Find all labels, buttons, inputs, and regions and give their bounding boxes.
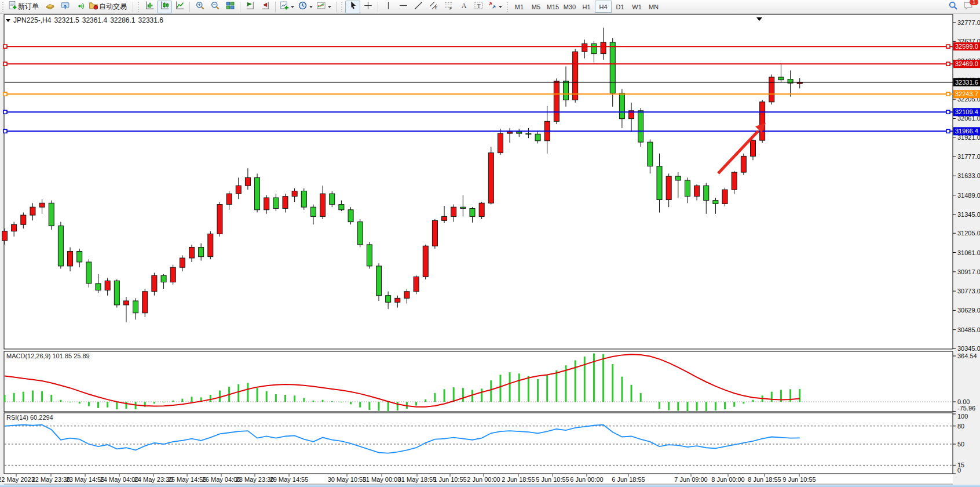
channel-tool-button[interactable]: E [426, 1, 441, 13]
bar-chart-icon [145, 1, 155, 13]
crosshair-icon [363, 1, 373, 13]
ohlc-low: 32286.1 [110, 16, 135, 24]
candle [564, 81, 569, 100]
time-tick-label: 7 Jun 09:00 [674, 476, 708, 483]
notifications-button[interactable]: 1 [960, 1, 975, 13]
candle [722, 190, 727, 203]
timeframe-button-h4[interactable]: H4 [595, 1, 612, 13]
vline-tool-button[interactable] [381, 1, 396, 13]
timeframe-button-h1[interactable]: H1 [578, 1, 595, 13]
dropdown-caret-icon [499, 6, 502, 8]
tile-windows-button[interactable] [222, 1, 237, 13]
auto-scroll-button[interactable] [243, 1, 258, 13]
fibonacci-icon: F [444, 1, 454, 13]
cursor-tool-button[interactable] [345, 1, 360, 13]
publish-chart-button[interactable] [57, 1, 72, 13]
line-anchor-marker[interactable] [946, 62, 950, 66]
line-anchor-marker[interactable] [946, 92, 950, 96]
trendline-tool-button[interactable] [411, 1, 426, 13]
toolbar-separator [336, 2, 337, 12]
zoom-in-button[interactable] [192, 1, 207, 13]
candle [414, 277, 419, 291]
clock-icon [298, 1, 308, 13]
new-chart-icon [279, 1, 289, 13]
timeframe-button-m5[interactable]: M5 [528, 1, 544, 13]
candle [769, 77, 774, 102]
price-level-chip-text: 32109.4 [955, 108, 978, 115]
svg-text:T: T [477, 3, 480, 9]
candle [460, 207, 466, 208]
timeframe-button-mn[interactable]: MN [645, 1, 662, 13]
price-tick-label: 30345.0 [957, 345, 980, 352]
indicators-button[interactable] [315, 1, 334, 13]
rsi-axis-label: 50 [957, 441, 964, 448]
timeframe-button-m30[interactable]: M30 [561, 1, 578, 13]
candle [273, 198, 279, 208]
candle [601, 42, 606, 54]
line-anchor-marker[interactable] [3, 45, 7, 48]
crosshair-tool-button[interactable] [360, 1, 375, 13]
chart-dropdown-icon[interactable] [6, 19, 10, 22]
line-anchor-marker[interactable] [946, 110, 950, 114]
new-order-button[interactable]: 新订单 [6, 1, 42, 13]
candle [348, 210, 353, 222]
time-tick-label: 6 Jun 00:00 [570, 476, 604, 483]
line-anchor-marker[interactable] [3, 110, 7, 114]
hline-tool-button[interactable] [396, 1, 411, 13]
fibonacci-tool-button[interactable]: F [441, 1, 456, 13]
candle [30, 207, 35, 215]
time-tick-label: 31 May 00:00 [363, 476, 401, 483]
candle [96, 284, 101, 290]
zoom-out-icon [210, 1, 220, 13]
toolbar-grip [341, 2, 343, 12]
candle [357, 222, 363, 245]
text-tool-button[interactable]: A [456, 1, 471, 13]
zoom-in-icon [195, 1, 205, 13]
candle [236, 186, 241, 194]
upload-chart-icon [60, 1, 70, 13]
line-anchor-marker[interactable] [946, 129, 950, 133]
candle [582, 43, 587, 52]
dropdown-caret-icon [328, 6, 331, 8]
candle [208, 234, 213, 256]
search-button[interactable] [945, 1, 960, 13]
timeframe-button-m1[interactable]: M1 [511, 1, 528, 13]
autotrade-button[interactable]: 自动交易 [87, 1, 130, 13]
new-chart-button[interactable] [278, 1, 297, 13]
signals-button[interactable] [72, 1, 87, 13]
line-anchor-marker[interactable] [3, 62, 7, 66]
line-anchor-marker[interactable] [3, 92, 7, 96]
timeframe-button-d1[interactable]: D1 [612, 1, 628, 13]
arrows-icon [487, 1, 497, 13]
time-tick-label: 5 Jun 10:55 [536, 476, 569, 483]
line-anchor-marker[interactable] [946, 45, 950, 48]
candle [161, 275, 166, 282]
candle [451, 207, 456, 216]
market-watch-button[interactable] [42, 1, 57, 13]
line-chart-button[interactable] [172, 1, 187, 13]
chart-canvas[interactable]: 32777.032637.032493.032349.032205.032061… [0, 0, 980, 487]
arrows-tool-button[interactable] [486, 1, 504, 13]
candle [751, 140, 756, 156]
candle [170, 267, 175, 282]
zoom-out-button[interactable] [207, 1, 222, 13]
time-axis: 22 May 202322 May 23:3023 May 14:5524 Ma… [0, 474, 816, 483]
horizontal-line-icon [398, 1, 408, 13]
candle [245, 177, 250, 186]
candle [226, 194, 232, 204]
timeframe-button-w1[interactable]: W1 [628, 1, 645, 13]
chart-shift-button[interactable] [258, 1, 273, 13]
candle [217, 205, 222, 234]
periods-button[interactable] [297, 1, 315, 13]
time-tick-label: 8 Jun 18:55 [748, 476, 781, 483]
rsi-axis-label: 80 [957, 423, 964, 430]
chart-title: JPN225-,H4 32321.5 32361.4 32286.1 32331… [6, 16, 163, 24]
label-tool-button[interactable]: T [471, 1, 486, 13]
toolbar-grip [2, 2, 5, 12]
bar-chart-button[interactable] [142, 1, 157, 13]
candlestick-chart-button[interactable] [157, 1, 172, 13]
candle [180, 258, 185, 267]
candle [39, 203, 45, 207]
line-anchor-marker[interactable] [3, 129, 7, 133]
timeframe-button-m15[interactable]: M15 [544, 1, 561, 13]
